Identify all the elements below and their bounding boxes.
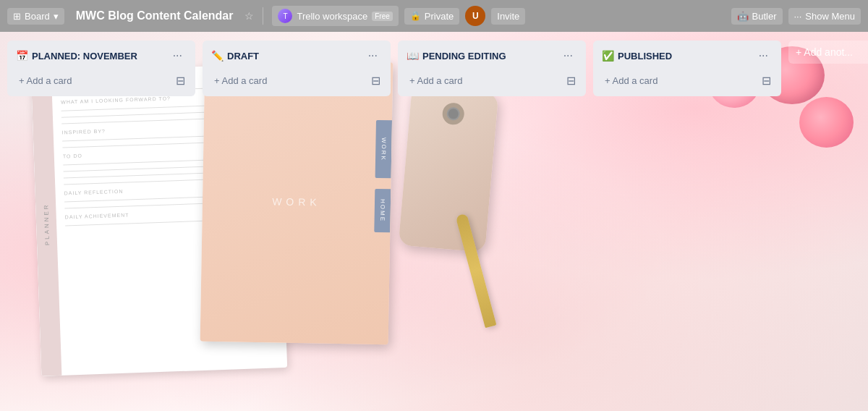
invite-button[interactable]: Invite <box>491 8 525 25</box>
template-draft[interactable]: ⊟ <box>367 71 385 90</box>
template-pending[interactable]: ⊟ <box>562 71 580 90</box>
template-planned[interactable]: ⊟ <box>171 71 190 90</box>
workspace-label: Trello workspace <box>297 11 367 22</box>
star-icon[interactable]: ☆ <box>244 10 254 22</box>
list-title-draft: ✏️ DRAFT <box>211 50 259 62</box>
published-title: PUBLISHED <box>618 51 672 62</box>
chevron-down-icon: ▾ <box>54 11 59 22</box>
board-label: Board <box>25 11 50 22</box>
list-menu-draft[interactable]: ··· <box>364 48 382 64</box>
work-tab: WORK <box>375 120 392 178</box>
show-menu-label: Show Menu <box>805 11 855 22</box>
pending-title: PENDING EDITING <box>422 51 506 62</box>
list-header-planned: 📅 PLANNED: NOVEMBER ··· <box>13 46 190 65</box>
lists-container: 📅 PLANNED: NOVEMBER ··· + Add a card ⊟ ✏… <box>0 32 868 105</box>
add-card-row-published: + Add a card ⊟ <box>599 71 775 90</box>
dots-icon: ··· <box>794 11 802 22</box>
lock-icon: 🔒 <box>410 11 421 21</box>
butler-button[interactable]: 🤖 Butler <box>731 8 783 25</box>
pending-emoji: 📖 <box>407 50 419 62</box>
planned-emoji: 📅 <box>16 50 28 62</box>
nav-divider <box>263 7 263 25</box>
list-header-published: ✅ PUBLISHED ··· <box>599 46 775 65</box>
list-pending: 📖 PENDING EDITING ··· + Add a card ⊟ <box>398 41 586 96</box>
add-card-row-draft: + Add a card ⊟ <box>208 71 385 90</box>
add-list-label: + Add anot... <box>796 46 853 58</box>
home-tab: HOME <box>374 189 391 232</box>
workspace-button[interactable]: T Trello workspace Free <box>272 6 398 26</box>
list-published: ✅ PUBLISHED ··· + Add a card ⊟ <box>593 41 781 96</box>
draft-emoji: ✏️ <box>211 50 224 62</box>
list-menu-published[interactable]: ··· <box>754 48 773 64</box>
add-card-published[interactable]: + Add a card <box>599 72 757 89</box>
free-badge: Free <box>372 12 393 21</box>
draft-title: DRAFT <box>227 51 259 62</box>
board-title: MWC Blog Content Calendar <box>70 7 239 25</box>
published-emoji: ✅ <box>602 50 614 62</box>
add-another-list[interactable]: + Add anot... <box>788 41 868 64</box>
invite-label: Invite <box>497 11 519 22</box>
private-button[interactable]: 🔒 Private <box>404 8 459 25</box>
home-tab-text: HOME <box>379 199 386 222</box>
list-menu-planned[interactable]: ··· <box>169 48 187 64</box>
camera-lens <box>446 107 461 122</box>
add-card-planned[interactable]: + Add a card <box>13 72 171 89</box>
board-area: PLANNER DATE WHAT AM I LOOKING FORWARD T… <box>0 32 868 411</box>
list-header-pending: 📖 PENDING EDITING ··· <box>404 46 580 65</box>
board-icon: ⊞ <box>13 11 21 22</box>
phone-camera <box>441 102 465 126</box>
list-header-draft: ✏️ DRAFT ··· <box>208 46 385 65</box>
list-title-published: ✅ PUBLISHED <box>602 50 672 62</box>
list-menu-pending[interactable]: ··· <box>559 48 577 64</box>
list-title-pending: 📖 PENDING EDITING <box>407 50 506 62</box>
phone <box>399 86 499 253</box>
add-card-row-planned: + Add a card ⊟ <box>13 71 190 90</box>
work-tab-text: WORK <box>380 137 388 161</box>
template-published[interactable]: ⊟ <box>757 71 775 90</box>
list-planned: 📅 PLANNED: NOVEMBER ··· + Add a card ⊟ <box>7 41 195 96</box>
planned-title: PLANNED: NOVEMBER <box>32 51 137 62</box>
show-menu-button[interactable]: ··· Show Menu <box>788 8 861 25</box>
spine-text: PLANNER <box>43 203 51 245</box>
add-card-pending[interactable]: + Add a card <box>404 72 562 89</box>
list-draft: ✏️ DRAFT ··· + Add a card ⊟ <box>203 41 391 96</box>
list-title-planned: 📅 PLANNED: NOVEMBER <box>16 50 137 62</box>
butler-icon: 🤖 <box>737 11 749 22</box>
butler-label: Butler <box>752 11 777 22</box>
private-label: Private <box>425 11 454 22</box>
workspace-avatar: T <box>278 9 292 23</box>
work-planner-text: WORK <box>272 195 321 208</box>
add-card-row-pending: + Add a card ⊟ <box>404 71 580 90</box>
add-card-draft[interactable]: + Add a card <box>208 72 367 89</box>
board-button[interactable]: ⊞ Board ▾ <box>7 8 64 25</box>
top-nav: ⊞ Board ▾ MWC Blog Content Calendar ☆ T … <box>0 0 868 32</box>
avatar[interactable]: U <box>465 6 485 26</box>
